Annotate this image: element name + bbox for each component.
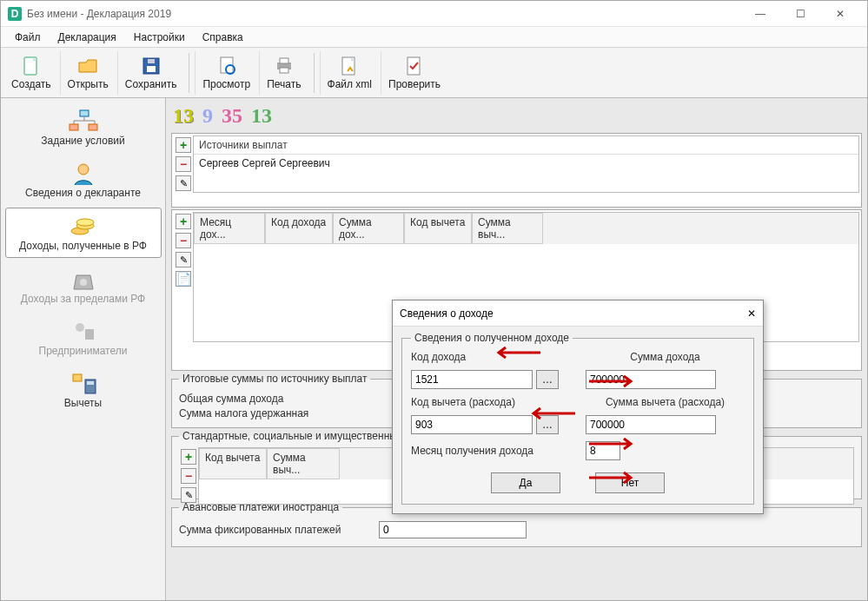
svg-point-19 (76, 323, 84, 332)
income-toolbar: + − ✎ 📄 (174, 212, 193, 342)
sidebar-item-declarant[interactable]: Сведения о декларанте (5, 155, 162, 204)
std-remove-button[interactable]: − (181, 468, 196, 484)
sidebar-item-entrepreneurs: Предприниматели (5, 314, 162, 362)
bag-icon (68, 267, 99, 293)
print-button[interactable]: Печать (259, 51, 308, 95)
xml-icon (339, 56, 360, 76)
create-button[interactable]: Создать (4, 51, 58, 95)
income-copy-button[interactable]: 📄 (176, 271, 191, 287)
source-edit-button[interactable]: ✎ (176, 175, 191, 191)
svg-rect-10 (407, 57, 420, 75)
svg-rect-7 (280, 58, 288, 63)
window-title: Без имени - Декларация 2019 (27, 8, 171, 20)
label-income-code: Код дохода (411, 351, 570, 363)
close-button[interactable]: ✕ (820, 1, 860, 27)
toolbar: Создать Открыть Сохранить Просмотр Печат… (1, 48, 867, 98)
svg-rect-12 (70, 124, 78, 130)
svg-rect-13 (89, 124, 97, 130)
svg-point-17 (76, 219, 94, 226)
input-income-sum[interactable] (586, 370, 716, 389)
sources-toolbar: + − ✎ (174, 135, 193, 193)
coins-icon (68, 214, 99, 240)
std-toolbar: + − ✎ (179, 447, 198, 505)
tree-icon (68, 109, 99, 135)
svg-point-14 (78, 164, 89, 175)
check-button[interactable]: Проверить (381, 51, 447, 95)
input-deduction-code[interactable] (411, 415, 533, 434)
preview-button[interactable]: Просмотр (195, 51, 257, 95)
source-add-button[interactable]: + (176, 137, 191, 153)
rate-tab-13[interactable]: 13 (173, 104, 194, 128)
income-add-button[interactable]: + (176, 214, 191, 229)
source-remove-button[interactable]: − (176, 156, 191, 172)
svg-rect-2 (147, 66, 156, 72)
app-icon: D (8, 7, 22, 21)
svg-point-18 (80, 279, 87, 286)
income-edit-button[interactable]: ✎ (176, 252, 191, 267)
dialog-ok-button[interactable]: Да (491, 472, 560, 493)
svg-rect-11 (80, 110, 89, 116)
preview-icon (216, 56, 237, 76)
advance-legend: Авансовые платежи иностранца (179, 501, 342, 513)
maximize-button[interactable]: ☐ (780, 1, 820, 27)
sources-header: Источники выплат (194, 136, 858, 155)
main-area: 13 9 35 13 + − ✎ Источники выплат Сергее… (166, 98, 867, 600)
menu-file[interactable]: Файл (6, 30, 50, 45)
sources-panel: + − ✎ Источники выплат Сергеев Сергей Се… (171, 133, 862, 208)
dialog-title: Сведения о доходе (400, 307, 494, 320)
save-icon (141, 56, 162, 76)
minimize-button[interactable]: — (740, 1, 780, 27)
rate-tab-13-div[interactable]: 13 (251, 104, 272, 128)
totals-legend: Итоговые суммы по источнику выплат (179, 373, 370, 385)
check-icon (404, 56, 425, 76)
dialog-cancel-button[interactable]: Нет (595, 472, 665, 493)
person-icon (68, 161, 99, 187)
menu-help[interactable]: Справка (194, 30, 252, 45)
file-new-icon (21, 56, 42, 76)
menubar: Файл Декларация Настройки Справка (1, 27, 867, 48)
label-month: Месяц получения дохода (411, 445, 570, 457)
menu-declaration[interactable]: Декларация (50, 30, 125, 45)
printer-icon (274, 56, 295, 76)
dialog-fieldset: Сведения о полученном доходе Код дохода … (401, 332, 754, 505)
svg-rect-3 (148, 59, 155, 63)
sidebar-item-conditions[interactable]: Задание условий (5, 103, 162, 152)
source-row[interactable]: Сергеев Сергей Сергеевич (194, 155, 858, 172)
folder-open-icon (77, 56, 98, 76)
input-deduction-sum[interactable] (586, 415, 716, 434)
rate-tab-9[interactable]: 9 (202, 104, 213, 128)
open-button[interactable]: Открыть (60, 51, 116, 95)
sidebar-item-income-abroad: Доходы за пределами РФ (5, 261, 162, 310)
input-month[interactable] (586, 441, 620, 460)
content: Задание условий Сведения о декларанте До… (1, 98, 867, 600)
rate-tab-35[interactable]: 35 (222, 104, 242, 128)
sidebar-item-income-rf[interactable]: Доходы, полученные в РФ (5, 208, 162, 258)
menu-settings[interactable]: Настройки (125, 30, 194, 45)
titlebar: D Без имени - Декларация 2019 — ☐ ✕ (1, 1, 867, 27)
dialog-close-button[interactable]: ✕ (747, 307, 756, 320)
save-button[interactable]: Сохранить (117, 51, 184, 95)
label-deduction-sum: Сумма вычета (расхода) (586, 396, 745, 408)
sources-list[interactable]: Источники выплат Сергеев Сергей Сергееви… (193, 135, 859, 193)
lookup-income-code-button[interactable]: … (536, 370, 559, 389)
label-deduction-code: Код вычета (расхода) (411, 396, 570, 408)
entrepreneur-icon (68, 319, 99, 345)
calc-icon (68, 371, 99, 397)
label-income-sum: Сумма дохода (586, 351, 745, 363)
dialog-titlebar: Сведения о доходе ✕ (393, 300, 763, 327)
sidebar: Задание условий Сведения о декларанте До… (1, 98, 166, 600)
lookup-deduction-code-button[interactable]: … (536, 415, 559, 434)
svg-rect-8 (280, 68, 288, 73)
advance-input[interactable] (379, 521, 527, 538)
input-income-code[interactable] (411, 370, 533, 389)
income-grid-head: Месяц дох... Код дохода Сумма дох... Код… (194, 213, 858, 244)
svg-rect-23 (87, 381, 94, 385)
income-dialog: Сведения о доходе ✕ Сведения о полученно… (392, 300, 764, 514)
svg-rect-21 (73, 374, 82, 381)
sidebar-item-deductions[interactable]: Вычеты (5, 366, 162, 414)
tax-rate-tabs: 13 9 35 13 (168, 100, 865, 131)
xml-button[interactable]: Файл xml (320, 51, 380, 95)
std-add-button[interactable]: + (181, 449, 196, 465)
app-window: D Без имени - Декларация 2019 — ☐ ✕ Файл… (0, 0, 868, 601)
income-remove-button[interactable]: − (176, 233, 191, 248)
